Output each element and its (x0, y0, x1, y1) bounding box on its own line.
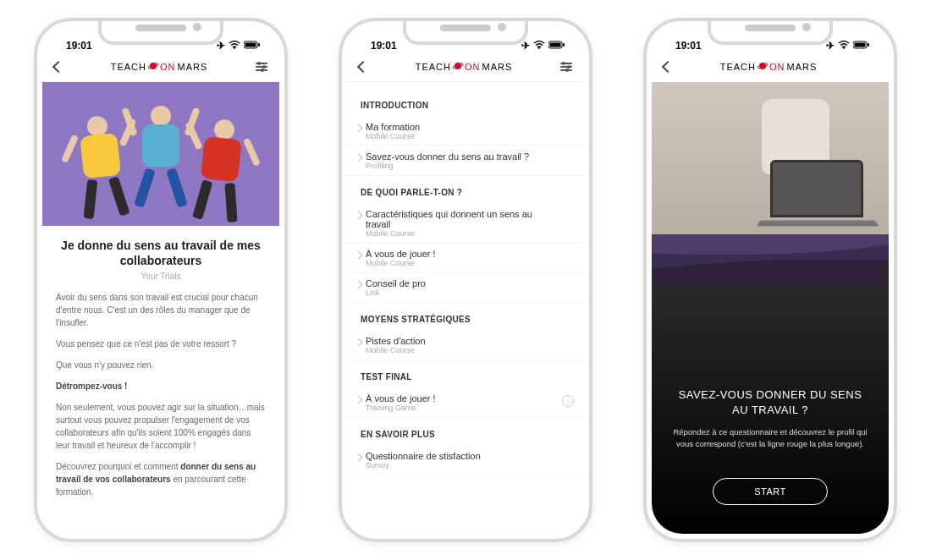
svg-point-6 (538, 47, 540, 49)
status-time: 19:01 (371, 40, 397, 52)
phone-mockup-2: 19:01 ✈ TEACH ON MARS INTRODUCTIONMa for… (339, 18, 592, 542)
course-sections[interactable]: INTRODUCTIONMa formationMobile CourseSav… (347, 82, 584, 534)
wifi-icon (229, 40, 240, 52)
list-item-subtitle: Training Game (366, 404, 557, 412)
battery-icon (244, 40, 261, 52)
list-item[interactable]: Questionnaire de stisfactionSurvey (347, 446, 584, 475)
list-item-title: Conseil de pro (366, 278, 557, 288)
article-content[interactable]: Je donne du sens au travail de mes colla… (42, 82, 279, 534)
phone-mockup-3: 19:01 ✈ TEACH ON MARS SAVEZ-VOUS DONNER … (643, 18, 897, 542)
list-item-title: Savez-vous donner du sens au travail ? (366, 151, 557, 162)
star-icon: ☆ (562, 395, 574, 407)
section-title: MOYENS STRATÉGIQUES (347, 303, 584, 331)
svg-rect-15 (868, 43, 869, 47)
list-item[interactable]: Savez-vous donner du sens au travail ?Pr… (347, 146, 584, 176)
brand-mid: ON (465, 62, 481, 72)
status-time: 19:01 (675, 40, 702, 52)
list-item-subtitle: Mobile Course (366, 259, 557, 267)
brand-post: MARS (482, 62, 513, 72)
wifi-icon (533, 40, 545, 52)
brand-post: MARS (787, 62, 818, 72)
section-title: DE QUOI PARLE-T-ON ? (347, 176, 584, 204)
planet-icon (757, 61, 768, 73)
brand-post: MARS (178, 62, 208, 72)
brand-mid: ON (769, 62, 785, 72)
settings-icon[interactable] (256, 63, 267, 71)
planet-icon (453, 61, 463, 73)
phone-mockup-1: 19:01 ✈ TEACH ON MARS (34, 18, 288, 542)
battery-icon (548, 40, 565, 52)
back-button[interactable] (52, 60, 64, 72)
brand-pre: TEACH (720, 62, 756, 72)
nav-bar: TEACH ON MARS (652, 52, 889, 82)
list-item-title: À vous de jouer ! (366, 249, 557, 259)
app-title: TEACH ON MARS (416, 61, 513, 73)
list-item-subtitle: Profiling (366, 162, 557, 170)
section-title: INTRODUCTION (347, 89, 584, 117)
nav-bar: TEACH ON MARS (347, 52, 584, 82)
airplane-icon: ✈ (217, 40, 225, 52)
quiz-title: SAVEZ-VOUS DONNER DU SENS AU TRAVAIL ? (670, 387, 870, 418)
article-paragraph: Que vous n'y pouvez rien. (56, 359, 266, 371)
wave-divider (652, 234, 889, 285)
list-item[interactable]: Ma formationMobile Course (347, 117, 584, 146)
quiz-hero-image (652, 82, 889, 234)
hero-image (42, 82, 279, 226)
list-item-title: Pistes d'action (366, 336, 557, 346)
section-title: EN SAVOIR PLUS (347, 418, 584, 446)
brand-pre: TEACH (111, 62, 146, 72)
svg-rect-2 (245, 43, 256, 47)
list-item[interactable]: Pistes d'actionMobile Course (347, 331, 584, 360)
list-item[interactable]: À vous de jouer !Mobile Course (347, 244, 584, 273)
settings-icon[interactable] (560, 63, 572, 71)
list-item[interactable]: Caractéristiques qui donnent un sens au … (347, 204, 584, 244)
quiz-screen: SAVEZ-VOUS DONNER DU SENS AU TRAVAIL ? R… (652, 82, 889, 534)
back-button[interactable] (662, 61, 674, 73)
airplane-icon: ✈ (521, 40, 530, 52)
svg-rect-9 (563, 43, 565, 47)
section-title: TEST FINAL (347, 360, 584, 388)
list-item-subtitle: Mobile Course (366, 132, 557, 140)
brand-pre: TEACH (416, 62, 451, 72)
article-paragraph: Non seulement, vous pouvez agir sur la s… (56, 401, 266, 452)
article-paragraph: Vous pensez que ce n'est pas de votre re… (56, 338, 266, 350)
svg-point-12 (843, 47, 845, 49)
brand-mid: ON (160, 62, 176, 72)
back-button[interactable] (357, 60, 369, 72)
status-icons: ✈ (521, 40, 565, 52)
status-icons: ✈ (217, 40, 261, 52)
status-icons: ✈ (826, 40, 870, 52)
list-item[interactable]: À vous de jouer !Training Game☆ (347, 388, 584, 418)
list-item-title: Questionnaire de stisfaction (366, 451, 557, 461)
article-title: Je donne du sens au travail de mes colla… (56, 238, 266, 268)
list-item-title: À vous de jouer ! (366, 393, 557, 404)
planet-icon (148, 61, 158, 73)
list-item-subtitle: Link (366, 288, 557, 297)
svg-rect-14 (855, 43, 866, 47)
article-paragraph: Détrompez-vous ! (56, 380, 266, 393)
svg-rect-3 (258, 43, 260, 47)
list-item-subtitle: Mobile Course (366, 229, 557, 238)
airplane-icon: ✈ (826, 40, 835, 52)
article-paragraph: Avoir du sens dans son travail est cruci… (56, 291, 266, 329)
start-button[interactable]: START (713, 478, 828, 505)
svg-rect-8 (550, 43, 561, 47)
list-item-title: Caractéristiques qui donnent un sens au … (366, 209, 557, 229)
article-subtitle: Your Trials (56, 272, 266, 281)
list-item-subtitle: Mobile Course (366, 346, 557, 354)
svg-point-0 (234, 47, 235, 49)
list-item-subtitle: Survey (366, 461, 557, 469)
app-title: TEACH ON MARS (111, 61, 208, 73)
article-paragraph: Découvrez pourquoi et comment donner du … (56, 460, 266, 498)
list-item-title: Ma formation (366, 122, 557, 132)
nav-bar: TEACH ON MARS (42, 52, 279, 82)
battery-icon (853, 40, 870, 52)
status-time: 19:01 (66, 40, 92, 52)
list-item[interactable]: Conseil de proLink (347, 273, 584, 303)
quiz-description: Répondez à ce questionnaire et découvrez… (670, 426, 870, 449)
app-title: TEACH ON MARS (720, 61, 818, 73)
wifi-icon (838, 40, 850, 52)
